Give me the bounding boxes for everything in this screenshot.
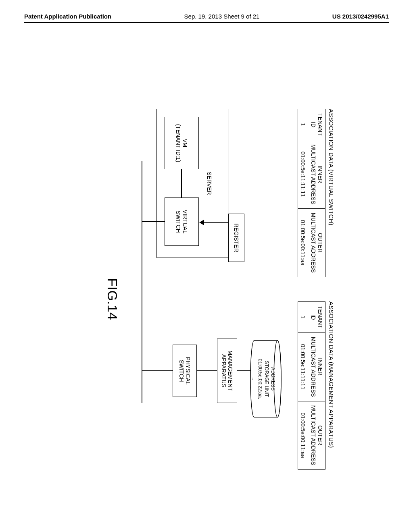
address-storage-cylinder: ADDRESS STORAGE UNIT 01:00:5e:00:22:aa, … [249,339,282,419]
table-row: 1 01:00:5e:11:11:11 01:00:5e:00:11:aa [298,301,308,470]
storage-label-2: STORAGE UNIT [264,361,269,397]
physical-switch-box: PHYSICAL SWITCH [173,345,197,397]
association-table-mgmt: TENANTID INNERMULTICAST ADDRESS OUTERMUL… [298,301,325,470]
storage-label-4: ‥ [251,377,257,380]
network-diagram: SERVER VM (TENANT ID:1) VIRTUAL SWITCH R… [116,109,277,532]
figure-number: FIG.14 [104,278,120,320]
vswitch-label-1: VIRTUAL [181,210,188,234]
virtual-switch-box: VIRTUAL SWITCH [165,197,199,246]
pswitch-label-1: PHYSICAL [185,357,192,384]
management-apparatus-box: MANAGEMENT APPARATUS [217,339,237,403]
table-virtual-switch: ASSOCIATION DATA (VIRTUAL SWITCH) TENANT… [298,109,335,277]
connector-physical-mgmt [197,370,217,371]
table-row: 1 01:00:5e:11:11:11 01:00:5e:00:11:aa [298,109,308,277]
cell-tenant-id: 1 [298,301,308,332]
vm-box: VM (TENANT ID:1) [165,117,199,169]
storage-label-1: ADDRESS [270,367,276,391]
server-label: SERVER [206,172,213,195]
col-inner-multicast: INNERMULTICAST ADDRESS [308,140,325,209]
storage-label-3: 01:00:5e:00:22:aa, [257,359,263,399]
table-caption: ASSOCIATION DATA (VIRTUAL SWITCH) [328,109,335,277]
figure-content: ASSOCIATION DATA (VIRTUAL SWITCH) TENANT… [0,56,413,532]
vm-label-2: (TENANT ID:1) [175,124,181,162]
col-outer-multicast: OUTERMULTICAST ADDRESS [308,208,325,277]
association-table-vswitch: TENANTID INNERMULTICAST ADDRESS OUTERMUL… [298,109,325,277]
col-tenant-id: TENANTID [308,109,325,140]
mgmt-label-2: APPARATUS [220,354,227,388]
col-outer-multicast: OUTERMULTICAST ADDRESS [308,401,325,470]
col-tenant-id: TENANTID [308,301,325,332]
mgmt-label-1: MANAGEMENT [227,351,234,391]
table-header-row: TENANTID INNERMULTICAST ADDRESS OUTERMUL… [308,109,325,277]
header-left: Patent Application Publication [24,13,111,20]
page-header: Patent Application Publication Sep. 19, … [0,13,413,23]
tables-row: ASSOCIATION DATA (VIRTUAL SWITCH) TENANT… [298,109,335,532]
header-right: US 2013/0242995A1 [332,13,389,20]
header-rule [24,22,389,23]
cell-tenant-id: 1 [298,109,308,140]
col-inner-multicast: INNERMULTICAST ADDRESS [308,332,325,401]
svg-marker-1 [199,220,204,225]
table-management-apparatus: ASSOCIATION DATA (MANAGEMENT APPARATUS) … [298,301,335,470]
connector-vswitch-bus [142,221,165,222]
header-center: Sep. 19, 2013 Sheet 9 of 21 [184,13,260,20]
cell-inner: 01:00:5e:11:11:11 [298,140,308,209]
rotated-drawing: ASSOCIATION DATA (VIRTUAL SWITCH) TENANT… [116,109,335,532]
register-box: REGISTER [228,214,244,262]
connector-vm-vswitch [181,169,182,197]
vm-label-1: VM [181,139,188,148]
register-label: REGISTER [233,223,240,252]
table-caption: ASSOCIATION DATA (MANAGEMENT APPARATUS) [328,301,335,470]
cell-outer: 01:00:5e:00:11:aa [298,401,308,470]
pswitch-label-2: SWITCH [178,360,185,382]
connector-bus [142,161,142,403]
vswitch-label-2: SWITCH [175,210,181,233]
connector-bus-physical [142,370,173,371]
table-header-row: TENANTID INNERMULTICAST ADDRESS OUTERMUL… [308,301,325,470]
storage-text: ADDRESS STORAGE UNIT 01:00:5e:00:22:aa, … [250,339,275,419]
cell-inner: 01:00:5e:11:11:11 [298,332,308,401]
cell-outer: 01:00:5e:00:11:aa [298,208,308,277]
